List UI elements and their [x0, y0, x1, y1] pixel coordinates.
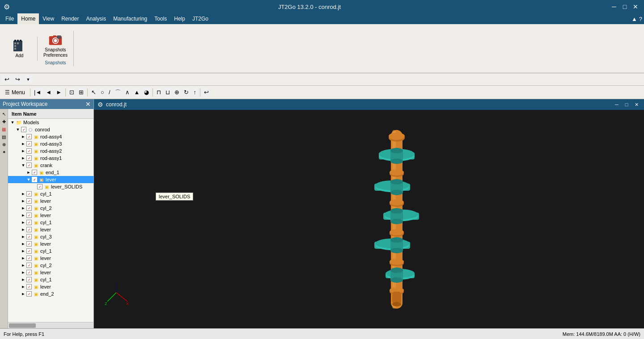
tree-row-conrod[interactable]: ▼ ✓ ⬡ conrod	[8, 126, 93, 133]
check-end2[interactable]: ✓	[26, 291, 32, 297]
expand-leverb[interactable]: ►	[21, 213, 26, 218]
arrow-up-button[interactable]: ↑	[191, 87, 198, 98]
check-leverc[interactable]: ✓	[26, 227, 32, 232]
expand-leverf[interactable]: ►	[21, 270, 26, 275]
expand-rod-assy3[interactable]: ►	[21, 141, 26, 146]
expand-models[interactable]: ▼	[10, 120, 15, 125]
check-lever-solids[interactable]: ✓	[37, 184, 42, 189]
tree-row-leverc[interactable]: ► ✓ ▣ lever	[8, 226, 93, 233]
expand-end2[interactable]: ►	[21, 291, 26, 297]
check-cyl3[interactable]: ✓	[26, 234, 32, 239]
menu-tools[interactable]: Tools	[151, 13, 170, 24]
tree-row-leverg[interactable]: ► ✓ ▣ lever	[8, 283, 93, 290]
zoom-fit-button[interactable]: ⊡	[68, 87, 76, 98]
measure-button[interactable]: ∧	[123, 87, 131, 98]
zoom-area-button[interactable]: ⊞	[77, 87, 85, 98]
expand-conrod[interactable]: ▼	[15, 127, 21, 132]
viewport-maximize[interactable]: □	[623, 100, 631, 109]
tree-row-rod-assy4[interactable]: ► ✓ ▣ rod-assy4	[8, 133, 93, 140]
tree-row-models[interactable]: ▼ 📁 Models	[8, 119, 93, 126]
ribbon-expand-btn[interactable]: ▲	[631, 16, 637, 22]
expand-leverd[interactable]: ►	[21, 241, 26, 247]
expand-cyl1b[interactable]: ►	[21, 220, 26, 225]
expand-levera[interactable]: ►	[21, 198, 26, 204]
horizontal-scrollbar[interactable]	[8, 322, 93, 328]
expand-rod-assy1[interactable]: ►	[21, 155, 26, 161]
maximize-button[interactable]: □	[620, 2, 630, 12]
tree-row-rod-assy1[interactable]: ► ✓ ▣ rod-assy1	[8, 155, 93, 162]
nav-prev-button[interactable]: ◄	[44, 87, 53, 98]
tree-row-cyl1a[interactable]: ► ✓ ▣ cyl_1	[8, 190, 93, 197]
check-rod-assy4[interactable]: ✓	[26, 134, 32, 139]
tree-row-cyl3[interactable]: ► ✓ ▣ cyl_3	[8, 233, 93, 240]
tree-row-rod-assy2[interactable]: ► ✓ ▣ rod-assy2	[8, 147, 93, 155]
check-cyl2b[interactable]: ✓	[26, 263, 32, 268]
hand-tool[interactable]: ✚	[1, 118, 7, 125]
check-crank[interactable]: ✓	[26, 163, 32, 168]
measure-side-tool[interactable]: ⊕	[1, 141, 7, 147]
check-levera[interactable]: ✓	[26, 198, 32, 204]
tree-row-cyl2a[interactable]: ► ✓ ▣ cyl_2	[8, 205, 93, 212]
expand-rod-assy4[interactable]: ►	[21, 134, 26, 139]
tree-row-levera[interactable]: ► ✓ ▣ lever	[8, 197, 93, 205]
expand-cyl1d[interactable]: ►	[21, 277, 26, 282]
tree-row-leverb[interactable]: ► ✓ ▣ lever	[8, 212, 93, 219]
expand-cyl2a[interactable]: ►	[21, 205, 26, 211]
tree-container[interactable]: ▼ 📁 Models ▼ ✓ ⬡ conrod	[8, 119, 93, 322]
tree-row-cyl1c[interactable]: ► ✓ ▣ cyl_1	[8, 247, 93, 255]
snapshots-button[interactable]: Snapshots Preferences	[41, 32, 70, 59]
gear-tool[interactable]: ✦	[1, 149, 7, 155]
expand-cyl2b[interactable]: ►	[21, 263, 26, 268]
tree-row-cyl1d[interactable]: ► ✓ ▣ cyl_1	[8, 276, 93, 283]
check-cyl2a[interactable]: ✓	[26, 205, 32, 211]
tree-row-end1[interactable]: ► ✓ ▣ end_1	[8, 169, 93, 176]
expand-levere[interactable]: ►	[21, 255, 26, 261]
ortho-button[interactable]: ⊓	[155, 87, 163, 98]
nav-first-button[interactable]: |◄	[32, 87, 43, 98]
fill-button[interactable]: ▲	[132, 87, 142, 98]
check-rod-assy2[interactable]: ✓	[26, 148, 32, 154]
select-button[interactable]: ↖	[89, 87, 98, 98]
check-leverf[interactable]: ✓	[26, 270, 32, 275]
menu-analysis[interactable]: Analysis	[83, 13, 110, 24]
expand-leverg[interactable]: ►	[21, 284, 26, 289]
check-levere[interactable]: ✓	[26, 255, 32, 261]
menu-home[interactable]: Home	[17, 13, 39, 24]
check-rod-assy1[interactable]: ✓	[26, 155, 32, 161]
circle-select-button[interactable]: ○	[99, 87, 106, 98]
check-cyl1d[interactable]: ✓	[26, 277, 32, 282]
add-button[interactable]: Add	[10, 38, 29, 60]
expand-crank[interactable]: ▼	[21, 163, 26, 168]
check-cyl1b[interactable]: ✓	[26, 220, 32, 225]
expand-cyl3[interactable]: ►	[21, 234, 26, 239]
tree-row-end2[interactable]: ► ✓ ▣ end_2	[8, 290, 93, 297]
expand-cyl1c[interactable]: ►	[21, 248, 26, 254]
undo-toolbar-button[interactable]: ↩	[202, 87, 211, 98]
persp-button[interactable]: ⊔	[164, 87, 172, 98]
line-button[interactable]: /	[107, 87, 112, 98]
color-button[interactable]: ◕	[142, 87, 151, 98]
layer-tool[interactable]: ▤	[1, 134, 7, 140]
menu-view[interactable]: View	[39, 13, 58, 24]
check-end1[interactable]: ✓	[32, 170, 37, 175]
dropdown-arrow[interactable]: ▼	[23, 75, 33, 84]
tree-row-lever-solids[interactable]: ✓ ▣ lever_SOLIDS	[8, 183, 93, 190]
check-cyl1a[interactable]: ✓	[26, 191, 32, 197]
expand-lever[interactable]: ▼	[26, 177, 31, 182]
menu-file[interactable]: File	[2, 13, 17, 24]
tree-row-cyl1b[interactable]: ► ✓ ▣ cyl_1	[8, 219, 93, 226]
expand-rod-assy2[interactable]: ►	[21, 148, 26, 154]
tree-row-levere[interactable]: ► ✓ ▣ lever	[8, 255, 93, 262]
close-button[interactable]: ✕	[631, 2, 640, 12]
check-cyl1c[interactable]: ✓	[26, 248, 32, 254]
help-icon[interactable]: ?	[639, 16, 642, 22]
check-conrod[interactable]: ✓	[21, 127, 26, 132]
check-leverg[interactable]: ✓	[26, 284, 32, 289]
menu-button[interactable]: ☰Menu	[2, 87, 28, 98]
tree-row-cyl2b[interactable]: ► ✓ ▣ cyl_2	[8, 262, 93, 269]
tree-row-leverd[interactable]: ► ✓ ▣ lever	[8, 240, 93, 247]
tree-row-lever[interactable]: ▼ ✓ ▣ lever	[8, 176, 93, 183]
pointer-tool[interactable]: ↖	[1, 111, 7, 117]
shading-button[interactable]: ⊕	[173, 87, 181, 98]
viewport-minimize[interactable]: ─	[613, 100, 621, 109]
